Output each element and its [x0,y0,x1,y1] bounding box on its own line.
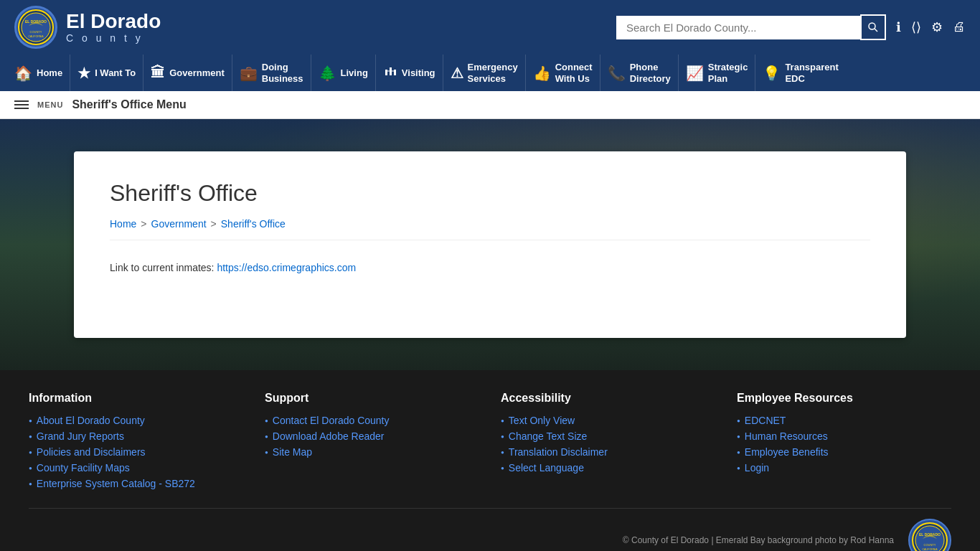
footer-link-text-size[interactable]: Change Text Size [509,430,587,442]
site-logo[interactable]: EL DORADO COUNTY CALIFORNIA El Dorado C … [14,6,161,49]
nav-transparent-label: TransparentEDC [785,62,838,84]
bulb-icon: 💡 [763,65,781,82]
nav-living[interactable]: 🌲 Living [311,55,376,91]
county-name-line1: El Dorado [66,11,161,33]
footer-col-support: Support Contact El Dorado County Downloa… [265,392,479,494]
footer-link-benefits[interactable]: Employee Benefits [745,446,829,458]
nav-emergency-label: EmergencyServices [468,62,518,84]
nav-visiting-label: Visiting [402,67,435,79]
list-item: Enterprise System Catalog - SB272 [29,478,243,489]
info-icon[interactable]: ℹ [896,19,901,35]
header-icons: ℹ ⟨⟩ ⚙ 🖨 [896,19,966,35]
svg-line-6 [875,29,877,32]
svg-point-5 [869,23,875,29]
search-input[interactable] [616,16,860,39]
footer-link-edcnet[interactable]: EDCNET [745,415,786,426]
svg-text:COUNTY: COUNTY [924,543,936,547]
inmate-label: Link to current inmates: [110,262,215,273]
visiting-icon [383,64,397,82]
nav-phone-directory[interactable]: 📞 PhoneDirectory [600,55,679,91]
svg-point-12 [915,526,944,551]
list-item: Select Language [501,462,715,474]
nav-emergency-services[interactable]: ⚠ EmergencyServices [443,55,526,91]
footer-link-adobe[interactable]: Download Adobe Reader [273,430,385,442]
nav-home-label: Home [37,67,62,79]
nav-connect-label: ConnectWith Us [555,62,593,84]
home-icon: 🏠 [14,65,32,82]
menu-label: MENU [37,100,63,109]
content-wrapper: Sheriff's Office Home > Government > She… [0,119,980,370]
list-item: EDCNET [737,415,951,426]
phone-icon: 📞 [608,65,626,82]
menu-title: Sheriff's Office Menu [72,98,186,111]
nav-phone-label: PhoneDirectory [630,62,671,84]
search-button[interactable] [860,14,886,40]
nav-living-label: Living [341,67,368,79]
breadcrumb-home[interactable]: Home [110,218,136,230]
footer-accessibility-heading: Accessibility [501,392,715,405]
print-icon[interactable]: 🖨 [953,19,966,35]
government-icon: 🏛 [151,65,165,81]
svg-text:CALIFORNIA: CALIFORNIA [922,548,938,551]
nav-home[interactable]: 🏠 Home [7,55,70,91]
list-item: Employee Benefits [737,446,951,458]
menu-line-3 [14,108,29,109]
county-name-line2: C o u n t y [66,32,161,44]
list-item: Site Map [265,446,479,458]
menu-line-1 [14,100,29,102]
list-item: Login [737,462,951,474]
living-icon: 🌲 [319,65,336,82]
nav-connect-with-us[interactable]: 👍 ConnectWith Us [526,55,600,91]
footer-information-list: About El Dorado County Grand Jury Report… [29,415,243,489]
nav-government[interactable]: 🏛 Government [143,55,232,91]
svg-text:COUNTY: COUNTY [30,30,42,34]
share-icon[interactable]: ⟨⟩ [911,19,921,35]
footer-link-translation[interactable]: Translation Disclaimer [509,446,608,458]
connect-icon: 👍 [533,65,551,82]
footer-link-sitemap[interactable]: Site Map [273,446,312,458]
list-item: County Facility Maps [29,462,243,474]
footer-link-about[interactable]: About El Dorado County [37,415,145,426]
list-item: Text Only View [501,415,715,426]
footer-grid: Information About El Dorado County Grand… [29,392,951,494]
menu-bar: MENU Sheriff's Office Menu [0,91,980,119]
nav-government-label: Government [169,67,225,79]
footer-link-facility-maps[interactable]: County Facility Maps [37,462,130,474]
svg-text:CALIFORNIA: CALIFORNIA [28,35,44,38]
nav-i-want-to[interactable]: ★ I Want To [70,55,143,91]
footer-accessibility-list: Text Only View Change Text Size Translat… [501,415,715,474]
hamburger-icon[interactable] [14,100,29,109]
business-icon: 💼 [240,65,258,82]
nav-doing-business[interactable]: 💼 DoingBusiness [232,55,311,91]
footer-link-grand-jury[interactable]: Grand Jury Reports [37,430,124,442]
footer-bottom: © County of El Dorado | Emerald Bay back… [29,508,951,551]
footer-link-hr[interactable]: Human Resources [745,430,828,442]
page-title: Sheriff's Office [110,180,870,207]
inmate-url-link[interactable]: https://edso.crimegraphics.com [217,262,356,273]
county-seal: EL DORADO COUNTY CALIFORNIA [14,6,57,49]
svg-rect-7 [385,70,387,75]
footer-seal: EL DORADO COUNTY CALIFORNIA [908,519,951,551]
settings-icon[interactable]: ⚙ [931,19,943,35]
footer-link-contact[interactable]: Contact El Dorado County [273,415,390,426]
list-item: Grand Jury Reports [29,430,243,442]
content-card: Sheriff's Office Home > Government > She… [74,151,906,338]
breadcrumb-government[interactable]: Government [151,218,207,230]
nav-transparent-edc[interactable]: 💡 TransparentEDC [755,55,845,91]
breadcrumb-sep1: > [141,218,146,230]
breadcrumb: Home > Government > Sheriff's Office [110,218,870,240]
footer-link-policies[interactable]: Policies and Disclaimers [37,446,146,458]
nav-iwantto-label: I Want To [95,67,136,79]
footer-link-login[interactable]: Login [745,462,769,474]
breadcrumb-current[interactable]: Sheriff's Office [221,218,286,230]
nav-visiting[interactable]: Visiting [376,55,443,91]
list-item: About El Dorado County [29,415,243,426]
footer-support-heading: Support [265,392,479,405]
footer-link-text-only[interactable]: Text Only View [509,415,575,426]
footer-employee-heading: Employee Resources [737,392,951,405]
nav-strategic-plan[interactable]: 📈 StrategicPlan [679,55,756,91]
footer-link-enterprise[interactable]: Enterprise System Catalog - SB272 [37,478,195,489]
svg-rect-9 [394,70,396,75]
footer-link-language[interactable]: Select Language [509,462,584,474]
logo-text: El Dorado C o u n t y [66,11,161,44]
